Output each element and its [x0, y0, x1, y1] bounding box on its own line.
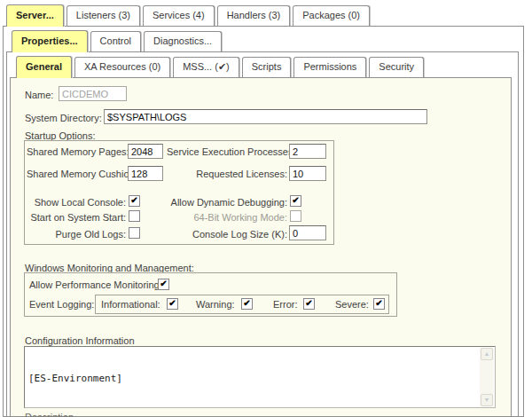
tab-mss[interactable]: MSS... (✔): [173, 57, 239, 77]
check-mark: ✔: [305, 298, 312, 308]
check-mark: ✔: [243, 298, 250, 308]
event-warning-label: Warning:: [196, 299, 235, 310]
name-input[interactable]: [59, 86, 127, 101]
event-error-label: Error:: [273, 299, 298, 310]
scrollbar-up-icon[interactable]: ▲: [481, 348, 493, 360]
config-line: [ES-Environment]: [28, 373, 477, 384]
shared-memory-cushion-input[interactable]: [128, 166, 163, 181]
tab-services[interactable]: Services (4): [143, 5, 215, 26]
tab-row-general-level: General XA Resources (0) MSS... (✔) Scri…: [16, 56, 426, 79]
check-mark: ✔: [160, 279, 167, 288]
tab-xa-resources[interactable]: XA Resources (0): [74, 57, 170, 77]
tab-scripts[interactable]: Scripts: [242, 57, 292, 77]
scrollbar-down-icon[interactable]: ▼: [481, 394, 493, 406]
shared-memory-pages-label: Shared Memory Pages:: [27, 146, 126, 157]
start-on-system-start-checkbox[interactable]: [129, 210, 140, 222]
tab-security[interactable]: Security: [369, 57, 424, 77]
event-logging-label: Event Logging:: [29, 299, 94, 310]
64bit-working-mode-label: 64-Bit Working Mode:: [167, 212, 287, 223]
requested-licenses-label: Requested Licenses:: [167, 169, 287, 179]
configuration-information-textarea[interactable]: [ES-Environment] SYSPATH=D:DEMO2ES_CICS …: [24, 346, 496, 408]
configuration-information-label: Configuration Information: [25, 335, 135, 346]
purge-old-logs-checkbox[interactable]: [129, 227, 140, 239]
shared-memory-cushion-label: Shared Memory Cushion:: [27, 169, 126, 179]
tab-handlers[interactable]: Handlers (3): [217, 5, 291, 26]
show-local-console-label: Show Local Console:: [27, 197, 126, 208]
tab-general[interactable]: General: [16, 56, 72, 78]
service-execution-processes-label: Service Execution Processes:: [167, 146, 287, 157]
check-mark: ✔: [375, 298, 382, 308]
console-log-size-input[interactable]: [289, 225, 326, 240]
event-informational-label: Informational:: [101, 299, 160, 310]
service-execution-processes-input[interactable]: [289, 144, 326, 159]
tab-properties[interactable]: Properties...: [12, 30, 88, 52]
64bit-working-mode-checkbox: [290, 210, 301, 222]
event-severe-label: Severe:: [335, 299, 369, 310]
purge-old-logs-label: Purge Old Logs:: [27, 229, 126, 240]
requested-licenses-input[interactable]: [289, 166, 326, 181]
event-warning-checkbox[interactable]: ✔: [241, 298, 253, 310]
tab-diagnostics[interactable]: Diagnostics...: [144, 31, 222, 51]
start-on-system-start-label: Start on System Start:: [27, 212, 126, 223]
console-log-size-label: Console Log Size (K):: [167, 229, 287, 240]
check-mark: ✔: [292, 195, 299, 205]
configuration-text: [ES-Environment] SYSPATH=D:DEMO2ES_CICS …: [28, 350, 477, 405]
allow-dynamic-debugging-checkbox[interactable]: ✔: [290, 195, 301, 207]
tab-row-server-level: Server... Listeners (3) Services (4) Han…: [6, 4, 372, 28]
allow-performance-monitoring-checkbox[interactable]: ✔: [158, 279, 169, 290]
event-severe-checkbox[interactable]: ✔: [373, 298, 385, 310]
event-informational-checkbox[interactable]: ✔: [167, 298, 178, 310]
allow-dynamic-debugging-label: Allow Dynamic Debugging:: [167, 197, 287, 208]
check-mark: ✔: [168, 298, 176, 308]
tab-server[interactable]: Server...: [6, 4, 64, 27]
textarea-scrollbar[interactable]: ▲ ▼: [480, 348, 494, 406]
tab-packages[interactable]: Packages (0): [293, 5, 370, 26]
tab-listeners[interactable]: Listeners (3): [66, 5, 140, 26]
allow-performance-monitoring-label: Allow Performance Monitoring:: [29, 279, 162, 290]
tab-control[interactable]: Control: [90, 31, 141, 51]
shared-memory-pages-input[interactable]: [128, 144, 163, 159]
system-directory-input[interactable]: [104, 109, 427, 124]
name-label: Name:: [25, 90, 53, 100]
tab-permissions[interactable]: Permissions: [293, 57, 366, 77]
show-local-console-checkbox[interactable]: ✔: [129, 195, 140, 207]
description-label: Description: [25, 412, 74, 417]
system-directory-label: System Directory:: [25, 113, 102, 123]
event-error-checkbox[interactable]: ✔: [303, 298, 315, 310]
tab-row-properties-level: Properties... Control Diagnostics...: [12, 30, 224, 53]
check-mark: ✔: [130, 195, 137, 205]
